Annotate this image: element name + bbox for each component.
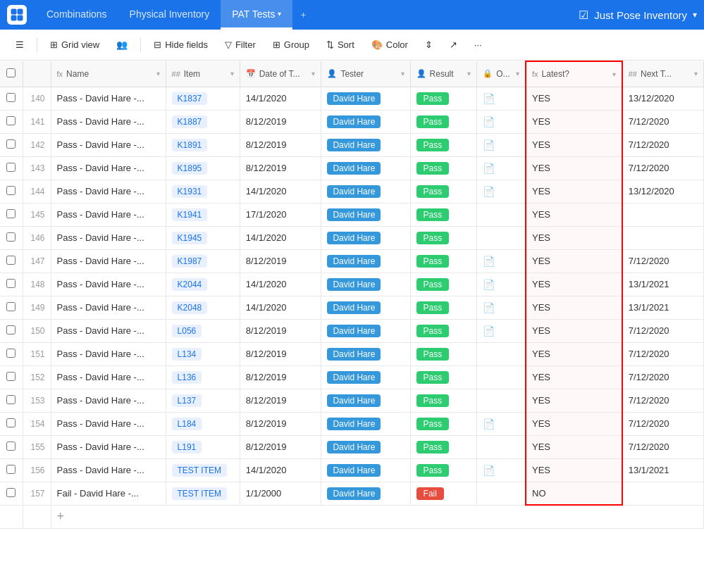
row-result[interactable]: Pass: [410, 412, 477, 435]
row-checkbox-cell[interactable]: [0, 365, 23, 389]
row-checkbox-cell[interactable]: [0, 342, 23, 365]
grid-view-button[interactable]: ⊞ Grid view: [43, 36, 106, 54]
row-item[interactable]: K1945: [166, 226, 240, 249]
table-row[interactable]: 156 Pass - David Hare -... TEST ITEM 14/…: [0, 458, 704, 482]
row-doc[interactable]: 📄: [477, 180, 526, 203]
row-result[interactable]: Pass: [410, 133, 477, 156]
table-row[interactable]: 143 Pass - David Hare -... K1895 8/12/20…: [0, 156, 704, 180]
row-latest[interactable]: YES: [526, 365, 622, 389]
row-checkbox[interactable]: [6, 302, 16, 311]
row-name[interactable]: Pass - David Hare -...: [51, 319, 166, 342]
row-date[interactable]: 14/1/2020: [240, 226, 321, 249]
row-latest[interactable]: YES: [526, 249, 622, 273]
sort-button[interactable]: ⇅ Sort: [319, 36, 362, 54]
col-header-latest[interactable]: fx Latest? ▾: [526, 61, 622, 87]
share-button[interactable]: ↗: [443, 36, 464, 54]
col-header-date[interactable]: 📅 Date of T... ▾: [240, 61, 321, 87]
row-latest[interactable]: YES: [526, 273, 622, 296]
row-latest[interactable]: YES: [526, 296, 622, 319]
row-checkbox[interactable]: [6, 372, 16, 381]
row-item[interactable]: L191: [166, 435, 240, 458]
table-row[interactable]: 155 Pass - David Hare -... L191 8/12/201…: [0, 435, 704, 458]
row-checkbox-cell[interactable]: [0, 203, 23, 226]
row-checkbox-cell[interactable]: [0, 319, 23, 342]
row-result[interactable]: Pass: [410, 156, 477, 180]
row-doc[interactable]: 📄: [477, 296, 526, 319]
row-doc[interactable]: 📄: [477, 87, 526, 110]
row-doc[interactable]: 📄: [477, 458, 526, 482]
menu-button[interactable]: ☰: [8, 36, 31, 54]
row-item[interactable]: K1895: [166, 156, 240, 180]
row-item[interactable]: L184: [166, 412, 240, 435]
row-doc[interactable]: [477, 203, 526, 226]
row-result[interactable]: Pass: [410, 226, 477, 249]
table-row[interactable]: 146 Pass - David Hare -... K1945 14/1/20…: [0, 226, 704, 249]
row-latest[interactable]: YES: [526, 458, 622, 482]
row-checkbox-cell[interactable]: [0, 435, 23, 458]
row-tester[interactable]: David Hare: [321, 249, 410, 273]
row-name[interactable]: Pass - David Hare -...: [51, 458, 166, 482]
row-tester[interactable]: David Hare: [321, 319, 410, 342]
row-checkbox[interactable]: [6, 442, 16, 451]
row-checkbox[interactable]: [6, 232, 16, 242]
row-checkbox-cell[interactable]: [0, 110, 23, 133]
row-next[interactable]: 13/1/2021: [622, 296, 704, 319]
row-name[interactable]: Fail - David Hare -...: [51, 482, 166, 505]
row-item[interactable]: K1891: [166, 133, 240, 156]
table-row[interactable]: 148 Pass - David Hare -... K2044 14/1/20…: [0, 273, 704, 296]
row-checkbox-cell[interactable]: [0, 87, 23, 110]
row-result[interactable]: Pass: [410, 110, 477, 133]
row-latest[interactable]: YES: [526, 319, 622, 342]
tab-physical-inventory[interactable]: Physical Inventory: [118, 0, 221, 30]
row-name[interactable]: Pass - David Hare -...: [51, 180, 166, 203]
row-next[interactable]: 7/12/2020: [622, 412, 704, 435]
row-checkbox-cell[interactable]: [0, 389, 23, 412]
table-row[interactable]: 145 Pass - David Hare -... K1941 17/1/20…: [0, 203, 704, 226]
row-tester[interactable]: David Hare: [321, 180, 410, 203]
row-tester[interactable]: David Hare: [321, 389, 410, 412]
row-checkbox-cell[interactable]: [0, 133, 23, 156]
row-next[interactable]: 7/12/2020: [622, 319, 704, 342]
row-next[interactable]: 7/12/2020: [622, 133, 704, 156]
row-date[interactable]: 8/12/2019: [240, 435, 321, 458]
row-doc[interactable]: [477, 389, 526, 412]
row-latest[interactable]: YES: [526, 412, 622, 435]
checkbox-header[interactable]: [0, 61, 23, 87]
row-date[interactable]: 14/1/2020: [240, 180, 321, 203]
row-latest[interactable]: YES: [526, 226, 622, 249]
row-result[interactable]: Pass: [410, 180, 477, 203]
col-header-next[interactable]: ## Next T... ▾: [622, 61, 704, 87]
row-name[interactable]: Pass - David Hare -...: [51, 249, 166, 273]
row-date[interactable]: 8/12/2019: [240, 133, 321, 156]
row-tester[interactable]: David Hare: [321, 458, 410, 482]
row-item[interactable]: TEST ITEM: [166, 482, 240, 505]
row-next[interactable]: 13/12/2020: [622, 87, 704, 110]
row-result[interactable]: Pass: [410, 389, 477, 412]
group-button[interactable]: ⊞ Group: [266, 36, 316, 54]
row-checkbox-cell[interactable]: [0, 226, 23, 249]
row-result[interactable]: Pass: [410, 458, 477, 482]
add-row-cell[interactable]: +: [51, 505, 704, 528]
filter-button[interactable]: ▽ Filter: [218, 36, 263, 54]
table-row[interactable]: 140 Pass - David Hare -... K1837 14/1/20…: [0, 87, 704, 110]
row-tester[interactable]: David Hare: [321, 412, 410, 435]
row-date[interactable]: 14/1/2020: [240, 87, 321, 110]
row-height-button[interactable]: ⇕: [418, 36, 440, 54]
row-result[interactable]: Pass: [410, 342, 477, 365]
row-date[interactable]: 14/1/2020: [240, 296, 321, 319]
row-name[interactable]: Pass - David Hare -...: [51, 203, 166, 226]
row-latest[interactable]: YES: [526, 180, 622, 203]
row-name[interactable]: Pass - David Hare -...: [51, 412, 166, 435]
row-date[interactable]: 8/12/2019: [240, 156, 321, 180]
tab-combinations[interactable]: Combinations: [35, 0, 118, 30]
row-item[interactable]: K2044: [166, 273, 240, 296]
row-checkbox-cell[interactable]: [0, 273, 23, 296]
row-checkbox[interactable]: [6, 325, 16, 334]
row-item[interactable]: L136: [166, 365, 240, 389]
row-name[interactable]: Pass - David Hare -...: [51, 435, 166, 458]
row-result[interactable]: Pass: [410, 435, 477, 458]
row-checkbox[interactable]: [6, 279, 16, 288]
row-item[interactable]: L137: [166, 389, 240, 412]
row-result[interactable]: Pass: [410, 319, 477, 342]
row-date[interactable]: 8/12/2019: [240, 342, 321, 365]
